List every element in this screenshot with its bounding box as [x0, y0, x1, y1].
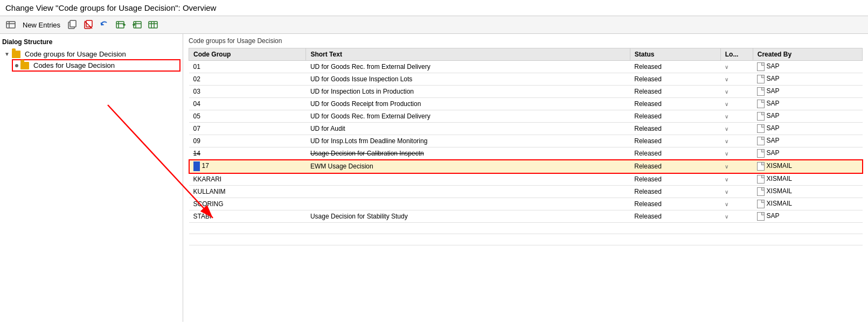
table-row[interactable]: 09UD for Insp.Lots frm Deadline Monitori… — [189, 135, 863, 147]
code-value: STABI — [193, 213, 212, 220]
code-value: 01 — [193, 63, 200, 71]
table-settings-icon[interactable] — [147, 18, 159, 31]
cell-short-text: UD for Goods Rec. from External Delivery — [306, 110, 630, 123]
document-icon — [757, 87, 765, 96]
table-row[interactable]: 04UD for Goods Receipt from ProductionRe… — [189, 98, 863, 110]
code-value: 07 — [193, 125, 200, 132]
table-row[interactable]: 01UD for Goods Rec. from External Delive… — [189, 61, 863, 73]
col-header-created-by: Created By — [753, 48, 862, 61]
table-import-icon[interactable] — [130, 18, 143, 31]
cell-status: Released — [630, 123, 720, 135]
cell-short-text — [306, 173, 630, 186]
new-entries-button[interactable]: New Entries — [20, 20, 63, 30]
cell-created-by: SAP — [753, 123, 862, 135]
col-header-code-group: Code Group — [189, 48, 306, 61]
cell-lo: ∨ — [720, 110, 753, 123]
chevron-down-icon: ∨ — [725, 151, 728, 157]
cell-created-by: SAP — [753, 86, 862, 98]
cell-created-by: SAP — [753, 61, 862, 73]
cell-created-by: SAP — [753, 147, 862, 160]
sidebar-item-code-groups[interactable]: ▼ Code groups for Usage Decision — [2, 49, 180, 59]
title-bar: Change View "Code groups for Usage Decis… — [0, 0, 868, 16]
cell-status: Released — [630, 73, 720, 86]
table-row[interactable]: KULLANIMReleased∨ XISMAIL — [189, 186, 863, 198]
cell-code-group: 07 — [189, 123, 306, 135]
table-row[interactable]: KKARARIReleased∨ XISMAIL — [189, 173, 863, 186]
cell-short-text: UD for Inspection Lots in Production — [306, 86, 630, 98]
cell-created-by: XISMAIL — [753, 173, 862, 186]
document-icon — [757, 200, 765, 208]
cell-status: Released — [630, 135, 720, 147]
undo-icon[interactable] — [98, 18, 111, 31]
table-row[interactable]: 03UD for Inspection Lots in ProductionRe… — [189, 86, 863, 98]
cell-lo: ∨ — [720, 123, 753, 135]
document-icon — [757, 212, 765, 221]
chevron-down-icon: ∨ — [725, 164, 728, 170]
chevron-down-icon: ∨ — [725, 101, 728, 107]
cell-code-group: 02 — [189, 73, 306, 86]
table-row[interactable]: SCORINGReleased∨ XISMAIL — [189, 198, 863, 210]
cell-status: Released — [630, 98, 720, 110]
col-header-status: Status — [630, 48, 720, 61]
chevron-down-icon: ∨ — [725, 76, 728, 82]
table-header-row: Code Group Short Text Status Lo... Creat… — [189, 48, 863, 61]
cell-status: Released — [630, 173, 720, 186]
table-row[interactable]: 02UD for Goods Issue Inspection LotsRele… — [189, 73, 863, 86]
cell-created-by: SAP — [753, 210, 862, 223]
cell-created-by: XISMAIL — [753, 186, 862, 198]
new-entries-label: New Entries — [23, 21, 60, 29]
cell-status: Released — [630, 186, 720, 198]
copy-icon[interactable] — [66, 18, 79, 31]
cell-status: Released — [630, 61, 720, 73]
toolbar: New Entries — [0, 16, 868, 34]
table-row[interactable]: STABIUsage Decision for Stability StudyR… — [189, 210, 863, 223]
cell-short-text: Usage Decision for Stability Study — [306, 210, 630, 223]
cell-lo: ∨ — [720, 160, 753, 173]
sidebar-child-label: Codes for Usage Decision — [33, 61, 115, 69]
data-table: Code Group Short Text Status Lo... Creat… — [189, 48, 863, 245]
cell-code-group: 05 — [189, 110, 306, 123]
sap-icon[interactable] — [4, 18, 17, 31]
document-icon — [757, 124, 765, 133]
cell-short-text: UD for Goods Issue Inspection Lots — [306, 73, 630, 86]
cell-short-text: Usage Decision for Calibration Inspectn — [306, 147, 630, 160]
chevron-down-icon: ∨ — [725, 64, 728, 70]
cell-code-group: 17 — [189, 160, 306, 173]
chevron-down-icon: ∨ — [725, 114, 728, 119]
document-icon — [757, 75, 765, 83]
svg-rect-14 — [149, 22, 157, 28]
cell-created-by: SAP — [753, 73, 862, 86]
cell-lo: ∨ — [720, 173, 753, 186]
cell-short-text: UD for Goods Receipt from Production — [306, 98, 630, 110]
table-row-empty — [189, 234, 863, 245]
cell-status: Released — [630, 86, 720, 98]
svg-rect-0 — [6, 22, 15, 28]
chevron-down-icon: ∨ — [725, 89, 728, 95]
document-icon — [757, 175, 765, 184]
cell-code-group: KKARARI — [189, 173, 306, 186]
dot-icon — [15, 64, 18, 67]
table-row[interactable]: 07UD for AuditReleased∨ SAP — [189, 123, 863, 135]
content-area: Code groups for Usage Decision Code Grou… — [183, 34, 868, 322]
cell-lo: ∨ — [720, 86, 753, 98]
table-row[interactable]: 05UD for Goods Rec. from External Delive… — [189, 110, 863, 123]
sidebar-item-codes[interactable]: Codes for Usage Decision — [12, 59, 180, 72]
svg-rect-8 — [116, 22, 124, 28]
delete-icon[interactable] — [82, 18, 95, 31]
cell-code-group: 03 — [189, 86, 306, 98]
table-row-empty — [189, 223, 863, 234]
window-title: Change View "Code groups for Usage Decis… — [5, 3, 216, 12]
chevron-down-icon: ∨ — [725, 214, 728, 220]
cell-lo: ∨ — [720, 186, 753, 198]
document-icon — [757, 149, 765, 158]
cell-short-text: EWM Usage Decision — [306, 160, 630, 173]
cell-short-text: UD for Audit — [306, 123, 630, 135]
svg-rect-4 — [70, 20, 76, 27]
table-row[interactable]: 17EWM Usage DecisionReleased∨ XISMAIL — [189, 160, 863, 173]
table-export-icon[interactable] — [114, 18, 127, 31]
cell-lo: ∨ — [720, 210, 753, 223]
code-value: 17 — [202, 162, 209, 170]
table-row[interactable]: 14Usage Decision for Calibration Inspect… — [189, 147, 863, 160]
cell-lo: ∨ — [720, 147, 753, 160]
cell-status: Released — [630, 210, 720, 223]
